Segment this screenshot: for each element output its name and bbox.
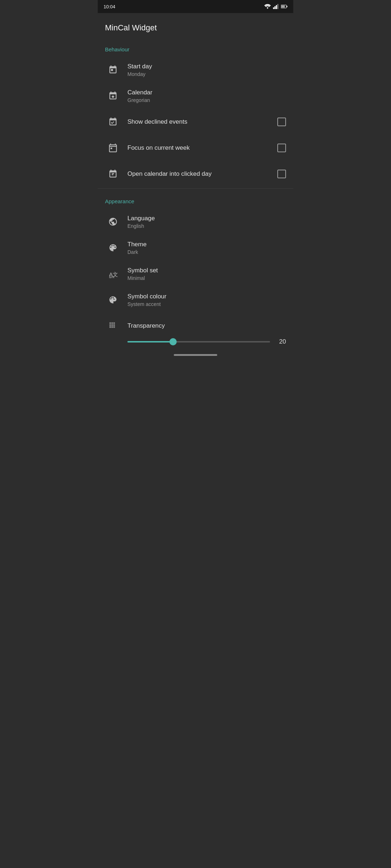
- section-behaviour: Behaviour Start day Monday Calendar Greg…: [98, 38, 293, 187]
- transparency-slider-thumb[interactable]: [169, 338, 177, 345]
- calendar-day-icon: [105, 166, 121, 182]
- grid-icon: [105, 318, 121, 334]
- svg-text:&#x: &#x: [109, 275, 115, 278]
- symbol-colour-subtitle: System accent: [127, 301, 286, 307]
- nav-bar: [98, 350, 293, 359]
- svg-rect-6: [287, 6, 287, 7]
- setting-language[interactable]: Language English: [98, 209, 293, 235]
- transparency-slider-track[interactable]: [127, 341, 270, 342]
- svg-rect-3: [277, 4, 278, 9]
- status-icons: [264, 4, 287, 9]
- start-day-title: Start day: [127, 63, 286, 70]
- show-declined-title: Show declined events: [127, 118, 277, 125]
- palette-icon: [105, 292, 121, 308]
- focus-week-title: Focus on current week: [127, 144, 277, 152]
- globe-icon: [105, 214, 121, 230]
- theme-title: Theme: [127, 241, 286, 248]
- symbol-set-title: Symbol set: [127, 267, 286, 274]
- app-header: MinCal Widget: [98, 13, 293, 38]
- battery-icon: [281, 4, 287, 9]
- app-title: MinCal Widget: [105, 23, 286, 33]
- setting-start-day[interactable]: Start day Monday: [98, 57, 293, 83]
- status-time: 10:04: [104, 4, 115, 9]
- theme-subtitle: Dark: [127, 249, 286, 255]
- setting-symbol-set[interactable]: A文 &#x Symbol set Minimal: [98, 261, 293, 287]
- start-day-subtitle: Monday: [127, 71, 286, 77]
- transparency-value: 20: [274, 338, 286, 345]
- open-calendar-clicked-checkbox[interactable]: [277, 170, 286, 178]
- wifi-icon: [264, 4, 271, 9]
- setting-symbol-colour[interactable]: Symbol colour System accent: [98, 287, 293, 313]
- symbol-colour-title: Symbol colour: [127, 293, 286, 300]
- calendar-title: Calendar: [127, 89, 286, 96]
- language-title: Language: [127, 215, 286, 222]
- section-header-appearance: Appearance: [98, 190, 293, 209]
- signal-icon: [273, 4, 279, 9]
- nav-pill: [174, 354, 217, 356]
- setting-focus-week[interactable]: Focus on current week: [98, 135, 293, 161]
- calendar-icon: [105, 62, 121, 78]
- calendar-week-icon: [105, 140, 121, 156]
- setting-theme[interactable]: Theme Dark: [98, 235, 293, 261]
- setting-show-declined[interactable]: Show declined events: [98, 109, 293, 135]
- svg-rect-1: [274, 6, 276, 9]
- calendar-star-icon: [105, 88, 121, 104]
- svg-rect-2: [276, 5, 277, 9]
- svg-rect-0: [273, 7, 274, 9]
- language-subtitle: English: [127, 223, 286, 229]
- svg-rect-5: [281, 5, 285, 8]
- section-appearance: Appearance Language English Theme Dark A…: [98, 190, 293, 350]
- calendar-subtitle: Gregorian: [127, 97, 286, 103]
- show-declined-checkbox[interactable]: [277, 118, 286, 126]
- symbol-set-subtitle: Minimal: [127, 275, 286, 281]
- setting-transparency: Transparency 20: [98, 313, 293, 350]
- setting-calendar[interactable]: Calendar Gregorian: [98, 83, 293, 109]
- symbol-icon: A文 &#x: [105, 266, 121, 282]
- section-header-behaviour: Behaviour: [98, 38, 293, 57]
- theme-icon: [105, 240, 121, 256]
- transparency-title: Transparency: [127, 322, 165, 329]
- status-bar: 10:04: [98, 0, 293, 13]
- focus-week-checkbox[interactable]: [277, 144, 286, 152]
- transparency-slider-fill: [127, 341, 173, 342]
- calendar-x-icon: [105, 114, 121, 130]
- open-calendar-clicked-title: Open calendar into clicked day: [127, 170, 277, 178]
- setting-open-calendar-clicked[interactable]: Open calendar into clicked day: [98, 161, 293, 187]
- section-divider: [98, 188, 293, 189]
